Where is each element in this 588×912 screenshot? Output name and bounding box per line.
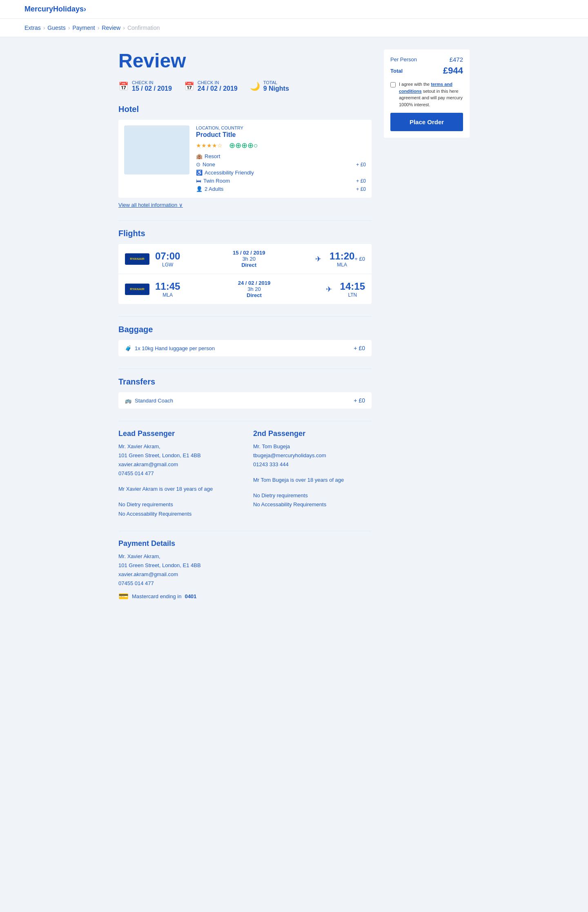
hotel-section-title: Hotel — [118, 105, 372, 114]
main-content: Review 📅 CHECK IN 15 / 02 / 2019 📅 CHECK… — [118, 49, 372, 613]
mastercard-icon: 💳 — [118, 591, 129, 601]
passenger2-phone: 01243 333 444 — [253, 460, 372, 469]
passenger2-col: 2nd Passenger Mr. Tom Bugeja tbugeja@mer… — [253, 429, 372, 519]
hotel-info: LOCATION, COUNTRY Product Title ★★★★☆ ⊕⊕… — [196, 125, 366, 192]
breadcrumb-sep-2: › — [68, 25, 70, 31]
outbound-price: + £0 — [354, 256, 365, 262]
hotel-image — [124, 125, 189, 174]
hotel-section: Hotel LOCATION, COUNTRY Product Title ★★… — [118, 105, 372, 208]
checkin-date-2: 24 / 02 / 2019 — [198, 85, 238, 92]
terms-link[interactable]: terms and conditions — [399, 82, 452, 94]
total-nights: 🌙 TOTAL 9 Nights — [250, 80, 289, 92]
lead-passenger-dietary: No Dietry requirements — [118, 500, 237, 509]
hotel-location: LOCATION, COUNTRY — [196, 125, 366, 130]
depart-time-inbound: 11:45 — [155, 281, 180, 292]
payment-section: Payment Details Mr. Xavier Akram, 101 Gr… — [118, 539, 372, 601]
checkin-row: 📅 CHECK IN 15 / 02 / 2019 📅 CHECK IN 24 … — [118, 80, 372, 92]
guests-price: + £0 — [356, 186, 366, 192]
transfer-price: + £0 — [354, 397, 365, 404]
total-value: 9 Nights — [263, 85, 289, 92]
flight-date-outbound: 15 / 02 / 2019 — [187, 250, 311, 256]
per-person-row: Per Person £472 — [390, 56, 463, 63]
transfers-section: Transfers 🚌 Standard Coach + £0 — [118, 377, 372, 409]
breadcrumb-extras[interactable]: Extras — [24, 25, 41, 31]
lead-passenger-phone: 07455 014 477 — [118, 469, 237, 478]
calendar-icon-1: 📅 — [118, 81, 129, 91]
flight-duration-inbound: 3h 20 — [187, 286, 321, 292]
calendar-icon-2: 📅 — [184, 81, 194, 91]
payment-address: 101 Green Street, London, E1 4BB — [118, 561, 372, 570]
payment-email: xavier.akram@gmail.com — [118, 570, 372, 579]
mastercard-label: Mastercard ending in — [132, 593, 181, 599]
passenger2-dietary: No Dietry requirements — [253, 491, 372, 500]
checkin-label-2: CHECK IN — [198, 80, 238, 85]
hotel-accessibility-row: ♿Accessibility Friendly — [196, 170, 366, 176]
transfer-icon: 🚌 — [125, 398, 131, 404]
moon-icon: 🌙 — [250, 81, 260, 91]
hotel-name: Product Title — [196, 131, 366, 139]
breadcrumb-sep-4: › — [123, 25, 125, 31]
breadcrumb-review[interactable]: Review — [102, 25, 120, 31]
room-icon: 🛏 — [196, 178, 201, 184]
depart-airport-inbound: MLA — [155, 292, 180, 298]
transfer-type: Standard Coach — [135, 398, 173, 404]
mastercard-number: 0401 — [185, 593, 196, 599]
arrive-airport-inbound: LTN — [340, 292, 365, 298]
hotel-type-row: 🏨Resort — [196, 153, 366, 159]
view-all-hotel[interactable]: View all hotel information ∨ — [118, 202, 372, 208]
breadcrumb-nav: Extras › Guests › Payment › Review › Con… — [0, 19, 588, 37]
flight-outbound: RYANAIR 07:00 LGW 15 / 02 / 2019 3h 20 D… — [118, 244, 372, 274]
checkin-label-1: CHECK IN — [132, 80, 172, 85]
board-price: + £0 — [356, 162, 366, 168]
top-bar: MercuryHolidays› — [0, 0, 588, 19]
lead-passenger-accessibility: No Accessability Requirements — [118, 510, 237, 519]
breadcrumb-sep-1: › — [43, 25, 45, 31]
total-label: TOTAL — [263, 80, 289, 85]
transfer-row: 🚌 Standard Coach + £0 — [118, 392, 372, 409]
flight-arrow-outbound: ✈ — [315, 255, 321, 264]
terms-checkbox[interactable] — [390, 82, 396, 87]
airline-logo-outbound: RYANAIR — [125, 253, 149, 265]
breadcrumb-confirmation: Confirmation — [127, 25, 160, 31]
flight-mid-inbound: 24 / 02 / 2019 3h 20 Direct — [187, 280, 321, 298]
passenger2-title: 2nd Passenger — [253, 429, 372, 438]
hotel-stars: ★★★★☆ — [196, 142, 223, 149]
passenger2-name: Mr. Tom Bugeja — [253, 442, 372, 451]
checkin-item-1: 📅 CHECK IN 15 / 02 / 2019 — [118, 80, 172, 92]
lead-passenger-name: Mr. Xavier Akram, — [118, 442, 237, 451]
lead-passenger-col: Lead Passenger Mr. Xavier Akram, 101 Gre… — [118, 429, 237, 519]
breadcrumb-guests[interactable]: Guests — [47, 25, 65, 31]
board-icon: ⊙ — [196, 161, 200, 168]
resort-icon: 🏨 — [196, 153, 203, 159]
flight-type-outbound: Direct — [187, 262, 311, 268]
hotel-guests-row: 👤2 Adults + £0 — [196, 186, 366, 192]
breadcrumb-payment[interactable]: Payment — [72, 25, 95, 31]
payment-title: Payment Details — [118, 539, 372, 548]
transfer-text: 🚌 Standard Coach — [125, 398, 173, 404]
room-price: + £0 — [356, 178, 366, 184]
arrive-airport-outbound: MLA — [330, 262, 354, 268]
place-order-button[interactable]: Place Order — [390, 113, 463, 131]
checkin-item-2: 📅 CHECK IN 24 / 02 / 2019 — [184, 80, 238, 92]
tripadvisor-rating: ⊕⊕⊕⊕○ — [229, 141, 258, 150]
order-box: Per Person £472 Total £944 I agree with … — [384, 49, 470, 138]
lead-passenger-address: 101 Green Street, London, E1 4BB — [118, 451, 237, 460]
order-summary: Per Person £472 Total £944 I agree with … — [384, 49, 470, 144]
per-person-label: Per Person — [390, 56, 417, 63]
lead-passenger-email: xavier.akram@gmail.com — [118, 460, 237, 469]
baggage-price: + £0 — [354, 345, 365, 351]
passenger2-accessibility: No Accessability Requirements — [253, 500, 372, 509]
arrive-time-outbound: 11:20 — [330, 250, 354, 262]
hotel-room-row: 🛏Twin Room + £0 — [196, 178, 366, 184]
total-price-label: Total — [390, 68, 403, 74]
passenger2-email: tbugeja@mercuryholidays.com — [253, 451, 372, 460]
baggage-text: 🧳 1x 10kg Hand luggage per person — [125, 345, 215, 351]
baggage-icon: 🧳 — [125, 345, 131, 351]
flight-date-inbound: 24 / 02 / 2019 — [187, 280, 321, 286]
total-price-value: £944 — [443, 65, 463, 76]
lead-passenger-title: Lead Passenger — [118, 429, 237, 438]
baggage-section: Baggage 🧳 1x 10kg Hand luggage per perso… — [118, 325, 372, 356]
passenger2-age: Mr Tom Bugeja is over 18 years of age — [253, 476, 372, 485]
guests-icon: 👤 — [196, 186, 203, 192]
passengers-section: Lead Passenger Mr. Xavier Akram, 101 Gre… — [118, 429, 372, 519]
